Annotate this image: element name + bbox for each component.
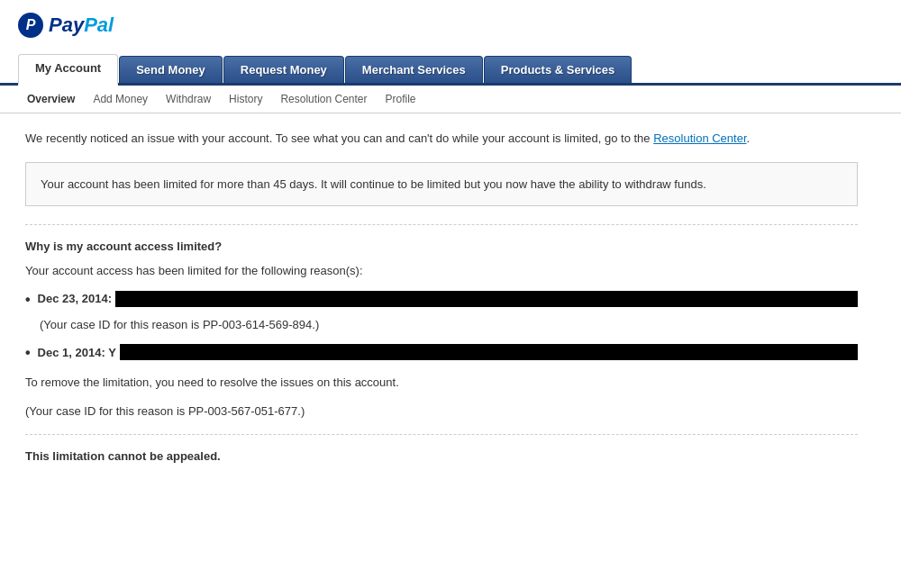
reason-item-2: • Dec 1, 2014: Y <box>25 344 858 363</box>
notice-text: We recently noticed an issue with your a… <box>25 131 651 145</box>
subnav-resolution-center[interactable]: Resolution Center <box>271 89 376 109</box>
logo: P PayPal <box>18 13 883 38</box>
header: P PayPal <box>0 0 901 54</box>
account-notice: We recently noticed an issue with your a… <box>25 130 858 148</box>
why-title: Why is my account access limited? <box>25 240 858 253</box>
bullet-1: • <box>25 291 31 310</box>
logo-pay: Pay <box>49 14 84 36</box>
case-id-1: (Your case ID for this reason is PP-003-… <box>40 318 858 331</box>
reason-item-1: • Dec 23, 2014: <box>25 291 858 310</box>
divider-1 <box>25 224 858 225</box>
nav-products-services[interactable]: Products & Services <box>484 56 632 83</box>
reason-1-date: Dec 23, 2014: <box>38 292 112 305</box>
main-navigation: My Account Send Money Request Money Merc… <box>0 54 901 86</box>
logo-pal: Pal <box>84 14 114 36</box>
resolve-text: To remove the limitation, you need to re… <box>25 374 858 392</box>
reason-1-content: Dec 23, 2014: <box>38 291 858 307</box>
bullet-2: • <box>25 344 31 363</box>
nav-my-account[interactable]: My Account <box>18 54 118 86</box>
divider-2 <box>25 434 858 435</box>
warning-text: Your account has been limited for more t… <box>41 176 842 194</box>
resolution-center-link[interactable]: Resolution Center <box>653 131 746 145</box>
nav-send-money[interactable]: Send Money <box>119 56 223 83</box>
main-content: We recently noticed an issue with your a… <box>0 113 883 479</box>
appeal-notice: This limitation cannot be appealed. <box>25 449 858 463</box>
subnav-profile[interactable]: Profile <box>377 89 425 109</box>
nav-merchant-services[interactable]: Merchant Services <box>345 56 483 83</box>
reason-1-redacted <box>115 291 858 307</box>
reason-2-date: Dec 1, 2014: Y <box>38 346 116 359</box>
logo-text: PayPal <box>49 14 114 37</box>
sub-navigation: Overview Add Money Withdraw History Reso… <box>0 86 901 113</box>
subnav-overview[interactable]: Overview <box>18 89 84 109</box>
why-intro: Your account access has been limited for… <box>25 262 858 280</box>
paypal-p-icon: P <box>18 13 43 38</box>
subnav-withdraw[interactable]: Withdraw <box>157 89 220 109</box>
reason-2-content: Dec 1, 2014: Y <box>38 344 858 360</box>
case-id-2: (Your case ID for this reason is PP-003-… <box>25 403 858 421</box>
nav-request-money[interactable]: Request Money <box>223 56 344 83</box>
subnav-add-money[interactable]: Add Money <box>84 89 157 109</box>
subnav-history[interactable]: History <box>220 89 271 109</box>
reason-2-redacted <box>120 344 858 360</box>
warning-box: Your account has been limited for more t… <box>25 162 858 207</box>
